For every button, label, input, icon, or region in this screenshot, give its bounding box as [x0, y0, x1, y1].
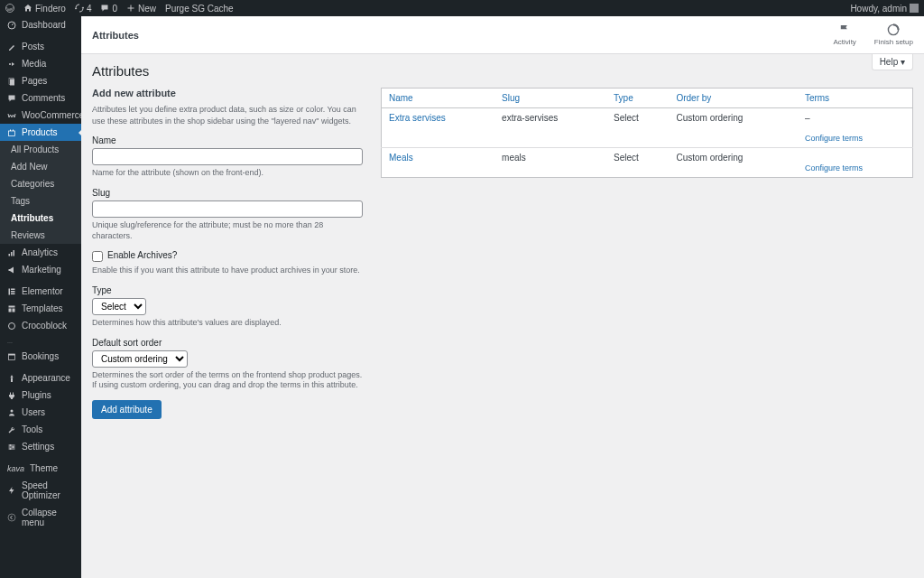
submenu-add-new[interactable]: Add New	[0, 158, 81, 175]
slug-label: Slug	[92, 188, 363, 198]
comments-link[interactable]: 0	[100, 4, 117, 14]
admin-bar: Findero 4 0 New Purge SG Cache Howdy, ad…	[0, 0, 924, 16]
menu-collapse[interactable]: Collapse menu	[0, 504, 81, 531]
svg-rect-21	[11, 378, 13, 382]
attr-order: Custom ordering	[669, 108, 797, 148]
add-attribute-form: Add new attribute Attributes let you def…	[92, 88, 363, 419]
menu-media[interactable]: Media	[0, 55, 81, 72]
name-label: Name	[92, 135, 363, 145]
menu-settings[interactable]: Settings	[0, 438, 81, 455]
attr-name-link[interactable]: Meals	[389, 153, 413, 163]
col-order[interactable]: Order by	[669, 89, 797, 108]
name-help: Name for the attribute (shown on the fro…	[92, 168, 363, 179]
svg-point-28	[10, 448, 12, 450]
table-row: Extra servises extra-servises Select Cus…	[382, 108, 913, 148]
menu-products[interactable]: Products	[0, 124, 81, 141]
menu-comments[interactable]: Comments	[0, 89, 81, 107]
menu-marketing[interactable]: Marketing	[0, 261, 81, 278]
form-intro: Attributes let you define extra product …	[92, 104, 363, 126]
svg-rect-4	[10, 79, 14, 85]
menu-bookings[interactable]: Bookings	[0, 348, 81, 365]
col-type[interactable]: Type	[606, 89, 669, 108]
svg-rect-14	[11, 293, 15, 294]
finish-setup-panel[interactable]: Finish setup	[874, 23, 913, 46]
form-title: Add new attribute	[92, 88, 363, 98]
sort-label: Default sort order	[92, 338, 363, 348]
submenu-categories[interactable]: Categories	[0, 175, 81, 192]
page-title: Attributes	[92, 63, 913, 79]
submenu-attributes[interactable]: Attributes	[0, 210, 81, 227]
flag-icon	[838, 23, 851, 36]
archives-checkbox[interactable]	[92, 251, 103, 262]
submenu-all-products[interactable]: All Products	[0, 141, 81, 158]
col-terms[interactable]: Terms	[798, 89, 913, 108]
menu-theme[interactable]: kavaTheme	[0, 460, 81, 477]
menu-tools[interactable]: Tools	[0, 421, 81, 438]
purge-cache-link[interactable]: Purge SG Cache	[165, 4, 234, 14]
svg-rect-10	[14, 250, 15, 256]
archives-label: Enable Archives?	[107, 250, 177, 260]
type-select[interactable]: Select	[92, 298, 146, 315]
sort-select[interactable]: Custom ordering	[92, 350, 188, 368]
archives-help: Enable this if you want this attribute t…	[92, 266, 363, 276]
col-name[interactable]: Name	[382, 89, 495, 108]
svg-rect-8	[9, 254, 11, 256]
attr-terms: –	[805, 113, 810, 123]
progress-icon	[887, 23, 900, 36]
submenu-tags[interactable]: Tags	[0, 192, 81, 210]
help-tab[interactable]: Help ▾	[872, 54, 913, 70]
svg-rect-12	[11, 288, 15, 290]
attributes-table: Name Slug Type Order by Terms Extra serv…	[381, 88, 913, 178]
svg-point-18	[9, 322, 15, 329]
menu-templates[interactable]: Templates	[0, 300, 81, 317]
col-slug[interactable]: Slug	[494, 89, 606, 108]
slug-help: Unique slug/reference for the attribute;…	[92, 220, 363, 241]
menu-users[interactable]: Users	[0, 404, 81, 421]
svg-rect-16	[9, 308, 12, 312]
svg-rect-17	[13, 308, 15, 312]
wp-logo[interactable]	[5, 4, 14, 13]
menu-elementor[interactable]: Elementor	[0, 283, 81, 300]
updates-link[interactable]: 4	[75, 4, 92, 14]
menu-pages[interactable]: Pages	[0, 72, 81, 89]
svg-point-29	[8, 514, 15, 521]
menu-woocommerce[interactable]: WooCommerce	[0, 107, 81, 124]
submenu-products: All Products Add New Categories Tags Att…	[0, 141, 81, 244]
svg-rect-6	[10, 129, 11, 131]
name-input[interactable]	[92, 148, 363, 165]
table-row: Meals meals Select Custom ordering Confi…	[382, 148, 913, 178]
avatar	[910, 4, 919, 13]
configure-terms-link[interactable]: Configure terms	[805, 134, 863, 143]
svg-point-22	[11, 409, 14, 412]
menu-posts[interactable]: Posts	[0, 38, 81, 55]
add-attribute-button[interactable]: Add attribute	[92, 400, 162, 419]
menu-crocoblock[interactable]: Crocoblock	[0, 317, 81, 334]
new-link[interactable]: New	[126, 4, 156, 14]
svg-point-2	[9, 63, 11, 65]
menu-plugins[interactable]: Plugins	[0, 387, 81, 404]
svg-point-27	[13, 446, 14, 448]
svg-rect-15	[9, 305, 15, 307]
admin-sidebar: Dashboard Posts Media Pages Comments Woo…	[0, 16, 81, 578]
page-header-title: Attributes	[92, 30, 139, 41]
menu-speed[interactable]: Speed Optimizer	[0, 477, 81, 504]
attr-slug: extra-servises	[494, 108, 606, 148]
submenu-reviews[interactable]: Reviews	[0, 227, 81, 244]
svg-rect-20	[9, 354, 15, 356]
menu-appearance[interactable]: Appearance	[0, 369, 81, 387]
menu-item-misc[interactable]: ...	[0, 334, 81, 348]
svg-rect-13	[11, 291, 15, 293]
site-link[interactable]: Findero	[23, 4, 66, 14]
howdy-link[interactable]: Howdy, admin	[850, 4, 919, 14]
activity-panel[interactable]: Activity	[834, 23, 856, 46]
svg-rect-11	[9, 288, 11, 294]
configure-terms-link[interactable]: Configure terms	[805, 163, 863, 172]
type-help: Determines how this attribute's values a…	[92, 318, 363, 329]
svg-rect-5	[9, 131, 15, 136]
attr-name-link[interactable]: Extra servises	[389, 113, 446, 123]
page-header: Attributes Activity Finish setup	[81, 16, 924, 54]
slug-input[interactable]	[92, 200, 363, 218]
attr-order: Custom ordering	[669, 148, 797, 178]
menu-analytics[interactable]: Analytics	[0, 244, 81, 261]
menu-dashboard[interactable]: Dashboard	[0, 16, 81, 33]
